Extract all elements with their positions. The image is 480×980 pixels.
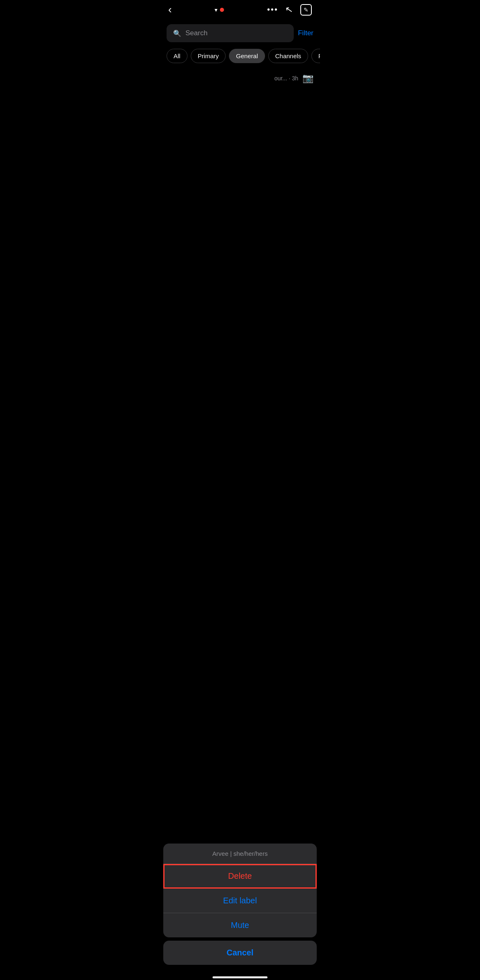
filter-tabs: All Primary General Channels Requests	[160, 47, 320, 68]
tab-all[interactable]: All	[167, 49, 187, 63]
search-bar[interactable]: 🔍 Search	[167, 24, 294, 42]
back-button[interactable]: ‹	[168, 3, 172, 16]
tab-primary[interactable]: Primary	[191, 49, 226, 63]
tab-channels[interactable]: Channels	[268, 49, 308, 63]
conversation-preview[interactable]: our... · 3h 📷	[160, 68, 320, 89]
nav-right: ••• ↗	[267, 4, 312, 16]
conversation-time: our... · 3h	[274, 75, 298, 82]
dropdown-icon[interactable]: ▾	[215, 7, 217, 13]
nav-center: ▾	[215, 7, 224, 13]
top-navigation: ‹ ▾ ••• ↗	[160, 0, 320, 21]
search-icon: 🔍	[173, 30, 181, 37]
trending-icon[interactable]: ↗	[285, 4, 294, 16]
main-content	[160, 89, 320, 293]
nav-left: ‹	[168, 3, 172, 16]
compose-button[interactable]	[300, 4, 312, 16]
search-section: 🔍 Search Filter	[160, 21, 320, 47]
tab-requests[interactable]: Requests	[311, 49, 320, 63]
notification-dot	[220, 8, 224, 12]
filter-button[interactable]: Filter	[298, 29, 313, 37]
tab-general[interactable]: General	[229, 49, 265, 63]
search-placeholder: Search	[185, 29, 208, 37]
more-options-button[interactable]: •••	[267, 5, 278, 14]
camera-icon: 📷	[302, 73, 313, 84]
